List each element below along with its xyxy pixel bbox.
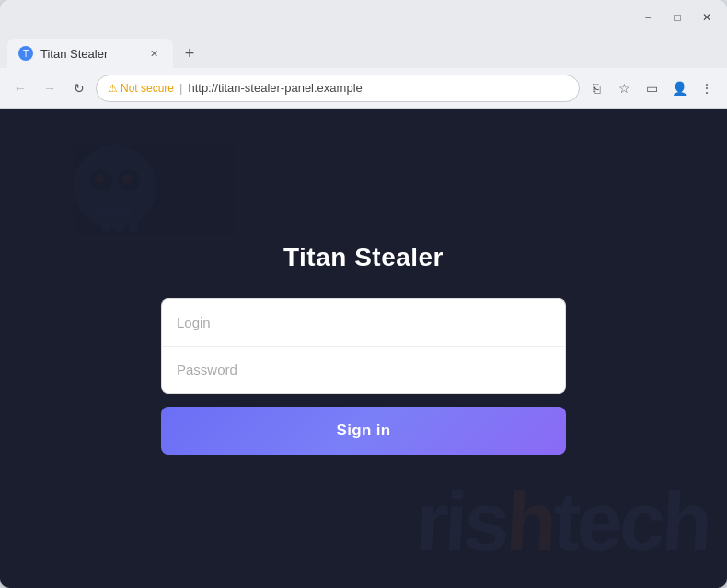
watermark-big-text: rishtech: [413, 475, 711, 570]
svg-rect-7: [115, 221, 124, 232]
security-warning: ⚠ Not secure: [108, 82, 174, 95]
tab-bar: T Titan Stealer ✕ +: [0, 35, 727, 68]
login-input[interactable]: [177, 315, 550, 330]
tab-close-button[interactable]: ✕: [145, 45, 162, 62]
security-label: Not secure: [121, 82, 174, 95]
sidebar-button[interactable]: ▭: [639, 75, 664, 101]
login-container: Titan Stealer Sign in: [161, 243, 566, 455]
app-title: Titan Stealer: [283, 243, 444, 272]
svg-point-1: [90, 169, 112, 191]
svg-point-3: [95, 174, 104, 183]
login-form: Sign in: [161, 298, 566, 455]
svg-point-0: [74, 145, 156, 228]
share-button[interactable]: ⎗: [583, 75, 609, 101]
new-tab-button[interactable]: +: [177, 40, 202, 66]
svg-point-4: [122, 174, 132, 183]
login-input-group: [161, 298, 566, 346]
maximize-button[interactable]: □: [664, 5, 690, 30]
profile-icon: 👤: [672, 81, 687, 96]
bookmark-button[interactable]: ☆: [611, 75, 637, 101]
svg-rect-6: [101, 221, 110, 232]
share-icon: ⎗: [593, 81, 600, 96]
password-input[interactable]: [177, 362, 550, 377]
svg-rect-5: [97, 210, 133, 217]
menu-button[interactable]: ⋮: [694, 75, 720, 101]
tab-title: Titan Stealer: [40, 47, 138, 61]
address-separator: |: [179, 81, 182, 95]
minimize-button[interactable]: −: [635, 5, 661, 30]
address-bar: ← → ↻ ⚠ Not secure | http://titan-steale…: [0, 68, 727, 109]
password-input-group: [161, 346, 566, 394]
toolbar-actions: ⎗ ☆ ▭ 👤 ⋮: [583, 75, 720, 101]
tab-favicon: T: [18, 46, 33, 61]
address-url: http://titan-stealer-panel.example: [188, 81, 568, 95]
warning-icon: ⚠: [108, 82, 118, 95]
menu-icon: ⋮: [700, 81, 713, 96]
refresh-button[interactable]: ↻: [66, 75, 92, 101]
webpage-content: rishtech Titan Stealer Sign in: [0, 109, 727, 588]
bookmark-icon: ☆: [618, 81, 630, 96]
profile-button[interactable]: 👤: [666, 75, 692, 101]
watermark-logo: [55, 136, 175, 256]
window-controls: − □ ✕: [635, 5, 720, 30]
forward-button[interactable]: →: [37, 75, 63, 101]
sidebar-icon: ▭: [646, 81, 658, 96]
back-button[interactable]: ←: [7, 75, 33, 101]
close-button[interactable]: ✕: [694, 5, 720, 30]
svg-rect-8: [129, 221, 138, 232]
browser-frame: − □ ✕ T Titan Stealer ✕ + ←: [0, 0, 727, 588]
browser-tab[interactable]: T Titan Stealer ✕: [7, 39, 173, 68]
title-bar: − □ ✕: [0, 0, 727, 35]
address-input-wrap[interactable]: ⚠ Not secure | http://titan-stealer-pane…: [96, 75, 580, 102]
svg-point-2: [118, 169, 140, 191]
signin-button[interactable]: Sign in: [161, 407, 566, 455]
